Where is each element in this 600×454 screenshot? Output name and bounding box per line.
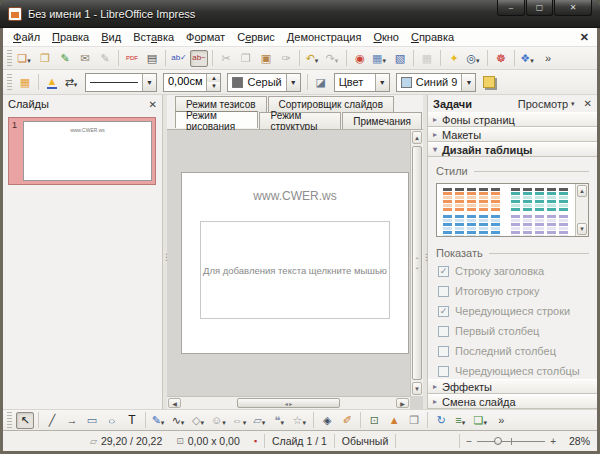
spellcheck-icon[interactable]: ab✓ (170, 50, 188, 67)
duplicate-icon[interactable]: ❐ (405, 412, 423, 429)
menu-файл[interactable]: Файл (7, 29, 46, 45)
fill-color-dropdown-icon[interactable]: ▼ (461, 74, 475, 91)
toolbar-grip[interactable] (7, 74, 12, 90)
connector-icon[interactable]: ∿▾ (170, 412, 188, 429)
styles-scrollbar[interactable]: ▲ ▼ (575, 184, 588, 236)
presentation-icon[interactable]: ❖▾ (519, 50, 537, 67)
open-folder-icon[interactable]: ❐ (36, 50, 54, 67)
autospellcheck-icon[interactable]: ab~ (190, 50, 208, 67)
text-placeholder[interactable]: Для добавления текста щелкните мышью (200, 221, 390, 319)
view-mode-indicator[interactable]: Обычный (335, 434, 396, 448)
maximize-button[interactable]: ▢ (526, 0, 553, 16)
object-size-indicator[interactable]: ⊡ 0,00 x 0,00 (169, 434, 247, 448)
section-макеты[interactable]: ▸Макеты (428, 127, 597, 142)
table-design-icon[interactable]: ▦ (16, 74, 34, 91)
chevron-down-icon[interactable]: ▾ (530, 57, 534, 64)
zoom-out-icon[interactable]: − (466, 436, 472, 447)
zoom-in-icon[interactable]: + (550, 436, 556, 447)
styles-scroll-up-icon[interactable]: ▲ (577, 185, 587, 197)
insert-table-icon[interactable]: ▦▾ (371, 50, 389, 67)
section-фоны-страниц[interactable]: ▸Фоны страниц (428, 112, 597, 127)
close-button[interactable]: ✕ (554, 0, 592, 16)
ellipse-icon[interactable]: ○ (103, 412, 121, 429)
cursor-position-indicator[interactable]: ▱ 29,20 / 20,22 (83, 434, 169, 448)
zoom-level-indicator[interactable]: 28% (562, 434, 597, 448)
menu-демонстрация[interactable]: Демонстрация (281, 29, 368, 45)
rotate-icon[interactable]: ↻ (432, 412, 450, 429)
table-styles-listbox[interactable]: ▲ ▼ (436, 183, 589, 237)
line-width-value[interactable]: 0,00см (164, 74, 206, 91)
select-icon[interactable]: ↖ (16, 412, 34, 429)
callouts-icon[interactable]: ❝▾ (271, 412, 289, 429)
scroll-left-icon[interactable]: ◀ (168, 398, 181, 408)
chevron-down-icon[interactable]: ▾ (74, 81, 78, 88)
align-icon[interactable]: ≡▾ (452, 412, 470, 429)
chevron-down-icon[interactable]: ▾ (181, 419, 185, 426)
chevron-down-icon[interactable]: ▾ (476, 57, 480, 64)
vertical-scroll-thumb[interactable]: ⌃⌄ (412, 146, 422, 380)
slides-panel-close-icon[interactable]: ✕ (149, 99, 157, 110)
rectangle-icon[interactable]: ▭ (83, 412, 101, 429)
tab-режим-структуры[interactable]: Режим структуры (259, 112, 341, 129)
chevron-down-icon[interactable]: ▾ (161, 419, 165, 426)
zoom-slider[interactable]: − + (459, 434, 562, 448)
document-close-icon[interactable]: ✕ (576, 31, 593, 44)
curve-icon[interactable]: ✎▾ (150, 412, 168, 429)
navigator-icon[interactable]: ✦ (445, 50, 463, 67)
table-style-preview-1[interactable] (443, 188, 501, 211)
insert-picture-icon[interactable]: ⊡ (365, 412, 383, 429)
menu-вид[interactable]: Вид (95, 29, 127, 45)
menu-окно[interactable]: Окно (367, 29, 405, 45)
email-document-icon[interactable]: ✉ (76, 50, 94, 67)
scroll-down-icon[interactable]: ▼ (412, 382, 422, 395)
slide-title-text[interactable]: www.CWER.ws (182, 189, 408, 203)
table-style-preview-4[interactable] (511, 215, 569, 236)
help-icon[interactable]: ☸ (492, 50, 510, 67)
section-смена-слайда[interactable]: ▸Смена слайда (428, 394, 597, 409)
arrange-icon[interactable]: ❏▾ (472, 412, 490, 429)
toolbar-overflow-icon[interactable]: » (539, 50, 557, 67)
arrow-icon[interactable]: → (63, 412, 81, 429)
line-properties-icon[interactable]: ▲ (43, 74, 61, 91)
chevron-down-icon[interactable]: ▾ (335, 57, 339, 64)
drawing-overflow-icon[interactable]: » (492, 412, 510, 429)
table-style-preview-3[interactable] (443, 215, 501, 236)
vertical-scrollbar[interactable]: ▲ ⌃⌄ ▼ (410, 130, 423, 396)
fill-style-select[interactable]: Цвет ▼ (334, 73, 390, 92)
text-icon[interactable]: T (123, 412, 141, 429)
undo-icon[interactable]: ↶▾ (304, 50, 322, 67)
fill-style-dropdown-icon[interactable]: ▼ (375, 74, 389, 91)
area-fill-icon[interactable]: ◪ (312, 74, 330, 91)
checkbox-icon[interactable] (438, 346, 449, 357)
zoom-slider-thumb[interactable] (494, 437, 502, 445)
symbol-shapes-icon[interactable]: ☺▾ (210, 412, 229, 429)
save-document-icon[interactable]: ✎ (56, 50, 74, 67)
edit-points-icon[interactable]: ◈ (318, 412, 336, 429)
line-icon[interactable]: ╱ (43, 412, 61, 429)
checkbox-icon[interactable] (438, 366, 449, 377)
glue-points-icon[interactable]: ✐ (338, 412, 356, 429)
gallery-icon[interactable]: ▲ (385, 412, 403, 429)
section-эффекты[interactable]: ▸Эффекты (428, 379, 597, 394)
chevron-down-icon[interactable]: ▾ (483, 419, 487, 426)
panel-splitter[interactable] (423, 95, 427, 409)
menu-сервис[interactable]: Сервис (231, 29, 281, 45)
chevron-down-icon[interactable]: ▾ (222, 419, 226, 426)
modified-indicator[interactable]: ▪ (247, 434, 265, 448)
checkbox-icon[interactable] (438, 286, 449, 297)
menu-справка[interactable]: Справка (405, 29, 460, 45)
fill-color-select[interactable]: Синий 9 ▼ (396, 73, 477, 92)
chevron-down-icon[interactable]: ▾ (462, 419, 466, 426)
tab-примечания[interactable]: Примечания (342, 112, 422, 129)
stars-icon[interactable]: ☆▾ (291, 412, 309, 429)
slide-canvas[interactable]: www.CWER.ws Для добавления текста щелкни… (181, 172, 409, 354)
line-style-select[interactable]: ▼ (85, 73, 157, 92)
paste-icon[interactable]: ▣ (257, 50, 275, 67)
tasks-panel-close-icon[interactable]: ✕ (584, 98, 592, 109)
line-width-spinner[interactable]: 0,00см ▲ ▼ (163, 73, 221, 92)
line-color-dropdown-icon[interactable]: ▼ (286, 74, 300, 91)
horizontal-scrollbar[interactable]: ◀ ◂ ▸ ▶ (167, 396, 410, 409)
chevron-down-icon[interactable]: ▾ (200, 419, 204, 426)
zoom-slider-track[interactable] (477, 441, 545, 442)
chevron-down-icon[interactable]: ▾ (315, 57, 319, 64)
